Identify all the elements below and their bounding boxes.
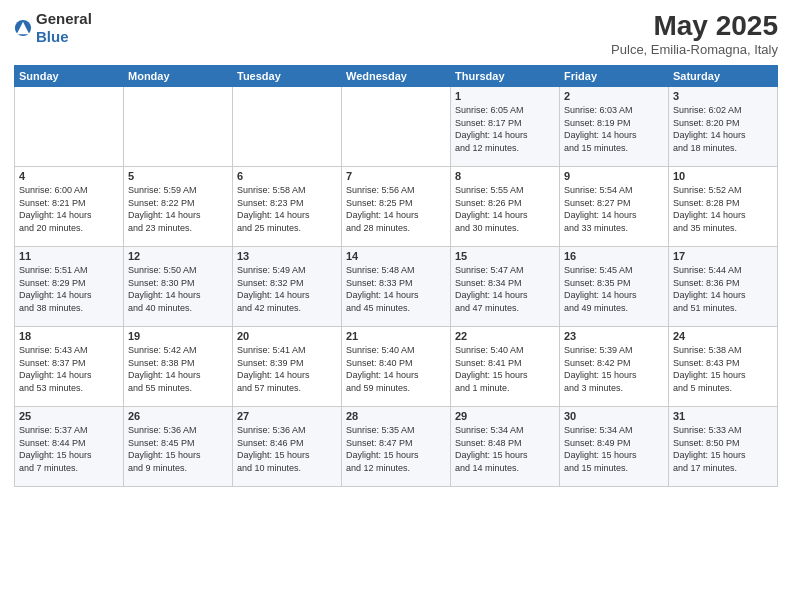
day-cell: 28Sunrise: 5:35 AM Sunset: 8:47 PM Dayli… [342, 407, 451, 487]
day-number: 18 [19, 330, 119, 342]
day-number: 27 [237, 410, 337, 422]
location-subtitle: Pulce, Emilia-Romagna, Italy [611, 42, 778, 57]
day-info: Sunrise: 5:38 AM Sunset: 8:43 PM Dayligh… [673, 344, 773, 394]
day-number: 28 [346, 410, 446, 422]
day-info: Sunrise: 5:44 AM Sunset: 8:36 PM Dayligh… [673, 264, 773, 314]
col-friday: Friday [560, 66, 669, 87]
day-cell: 18Sunrise: 5:43 AM Sunset: 8:37 PM Dayli… [15, 327, 124, 407]
day-number: 20 [237, 330, 337, 342]
day-info: Sunrise: 5:33 AM Sunset: 8:50 PM Dayligh… [673, 424, 773, 474]
day-number: 4 [19, 170, 119, 182]
day-cell: 19Sunrise: 5:42 AM Sunset: 8:38 PM Dayli… [124, 327, 233, 407]
day-number: 6 [237, 170, 337, 182]
day-cell [342, 87, 451, 167]
month-title: May 2025 [611, 10, 778, 42]
day-cell: 8Sunrise: 5:55 AM Sunset: 8:26 PM Daylig… [451, 167, 560, 247]
col-tuesday: Tuesday [233, 66, 342, 87]
day-cell: 27Sunrise: 5:36 AM Sunset: 8:46 PM Dayli… [233, 407, 342, 487]
day-cell: 10Sunrise: 5:52 AM Sunset: 8:28 PM Dayli… [669, 167, 778, 247]
day-cell: 17Sunrise: 5:44 AM Sunset: 8:36 PM Dayli… [669, 247, 778, 327]
day-number: 29 [455, 410, 555, 422]
header: General Blue May 2025 Pulce, Emilia-Roma… [14, 10, 778, 57]
day-cell: 25Sunrise: 5:37 AM Sunset: 8:44 PM Dayli… [15, 407, 124, 487]
day-number: 24 [673, 330, 773, 342]
day-info: Sunrise: 5:51 AM Sunset: 8:29 PM Dayligh… [19, 264, 119, 314]
day-cell: 13Sunrise: 5:49 AM Sunset: 8:32 PM Dayli… [233, 247, 342, 327]
day-number: 30 [564, 410, 664, 422]
week-row-2: 11Sunrise: 5:51 AM Sunset: 8:29 PM Dayli… [15, 247, 778, 327]
day-cell: 22Sunrise: 5:40 AM Sunset: 8:41 PM Dayli… [451, 327, 560, 407]
day-info: Sunrise: 5:48 AM Sunset: 8:33 PM Dayligh… [346, 264, 446, 314]
day-cell [15, 87, 124, 167]
col-sunday: Sunday [15, 66, 124, 87]
day-cell: 6Sunrise: 5:58 AM Sunset: 8:23 PM Daylig… [233, 167, 342, 247]
week-row-1: 4Sunrise: 6:00 AM Sunset: 8:21 PM Daylig… [15, 167, 778, 247]
day-cell: 11Sunrise: 5:51 AM Sunset: 8:29 PM Dayli… [15, 247, 124, 327]
day-info: Sunrise: 5:34 AM Sunset: 8:48 PM Dayligh… [455, 424, 555, 474]
day-number: 21 [346, 330, 446, 342]
day-info: Sunrise: 5:39 AM Sunset: 8:42 PM Dayligh… [564, 344, 664, 394]
col-thursday: Thursday [451, 66, 560, 87]
week-row-4: 25Sunrise: 5:37 AM Sunset: 8:44 PM Dayli… [15, 407, 778, 487]
logo: General Blue [14, 10, 92, 46]
col-wednesday: Wednesday [342, 66, 451, 87]
day-number: 23 [564, 330, 664, 342]
day-number: 22 [455, 330, 555, 342]
col-saturday: Saturday [669, 66, 778, 87]
day-number: 19 [128, 330, 228, 342]
col-monday: Monday [124, 66, 233, 87]
logo-general-text: General [36, 10, 92, 28]
day-cell: 12Sunrise: 5:50 AM Sunset: 8:30 PM Dayli… [124, 247, 233, 327]
day-info: Sunrise: 5:40 AM Sunset: 8:41 PM Dayligh… [455, 344, 555, 394]
day-number: 17 [673, 250, 773, 262]
week-row-0: 1Sunrise: 6:05 AM Sunset: 8:17 PM Daylig… [15, 87, 778, 167]
logo-blue-text: Blue [36, 28, 92, 46]
day-info: Sunrise: 5:41 AM Sunset: 8:39 PM Dayligh… [237, 344, 337, 394]
day-cell: 9Sunrise: 5:54 AM Sunset: 8:27 PM Daylig… [560, 167, 669, 247]
page-container: General Blue May 2025 Pulce, Emilia-Roma… [0, 0, 792, 612]
day-number: 26 [128, 410, 228, 422]
day-cell: 5Sunrise: 5:59 AM Sunset: 8:22 PM Daylig… [124, 167, 233, 247]
day-number: 2 [564, 90, 664, 102]
week-row-3: 18Sunrise: 5:43 AM Sunset: 8:37 PM Dayli… [15, 327, 778, 407]
day-info: Sunrise: 5:43 AM Sunset: 8:37 PM Dayligh… [19, 344, 119, 394]
day-cell: 4Sunrise: 6:00 AM Sunset: 8:21 PM Daylig… [15, 167, 124, 247]
day-info: Sunrise: 5:52 AM Sunset: 8:28 PM Dayligh… [673, 184, 773, 234]
day-info: Sunrise: 5:35 AM Sunset: 8:47 PM Dayligh… [346, 424, 446, 474]
day-info: Sunrise: 5:58 AM Sunset: 8:23 PM Dayligh… [237, 184, 337, 234]
day-number: 3 [673, 90, 773, 102]
day-number: 12 [128, 250, 228, 262]
day-info: Sunrise: 6:03 AM Sunset: 8:19 PM Dayligh… [564, 104, 664, 154]
day-number: 16 [564, 250, 664, 262]
day-info: Sunrise: 6:02 AM Sunset: 8:20 PM Dayligh… [673, 104, 773, 154]
day-cell: 14Sunrise: 5:48 AM Sunset: 8:33 PM Dayli… [342, 247, 451, 327]
day-cell: 30Sunrise: 5:34 AM Sunset: 8:49 PM Dayli… [560, 407, 669, 487]
day-info: Sunrise: 5:42 AM Sunset: 8:38 PM Dayligh… [128, 344, 228, 394]
day-number: 7 [346, 170, 446, 182]
day-cell: 3Sunrise: 6:02 AM Sunset: 8:20 PM Daylig… [669, 87, 778, 167]
day-number: 11 [19, 250, 119, 262]
day-info: Sunrise: 5:49 AM Sunset: 8:32 PM Dayligh… [237, 264, 337, 314]
day-info: Sunrise: 5:45 AM Sunset: 8:35 PM Dayligh… [564, 264, 664, 314]
day-number: 1 [455, 90, 555, 102]
day-info: Sunrise: 5:54 AM Sunset: 8:27 PM Dayligh… [564, 184, 664, 234]
day-info: Sunrise: 6:05 AM Sunset: 8:17 PM Dayligh… [455, 104, 555, 154]
day-info: Sunrise: 5:34 AM Sunset: 8:49 PM Dayligh… [564, 424, 664, 474]
day-info: Sunrise: 5:55 AM Sunset: 8:26 PM Dayligh… [455, 184, 555, 234]
day-info: Sunrise: 5:36 AM Sunset: 8:46 PM Dayligh… [237, 424, 337, 474]
day-number: 13 [237, 250, 337, 262]
day-cell: 23Sunrise: 5:39 AM Sunset: 8:42 PM Dayli… [560, 327, 669, 407]
calendar-header-row: Sunday Monday Tuesday Wednesday Thursday… [15, 66, 778, 87]
day-number: 25 [19, 410, 119, 422]
day-cell: 29Sunrise: 5:34 AM Sunset: 8:48 PM Dayli… [451, 407, 560, 487]
day-cell: 21Sunrise: 5:40 AM Sunset: 8:40 PM Dayli… [342, 327, 451, 407]
day-number: 5 [128, 170, 228, 182]
day-cell: 2Sunrise: 6:03 AM Sunset: 8:19 PM Daylig… [560, 87, 669, 167]
day-cell [124, 87, 233, 167]
day-cell: 16Sunrise: 5:45 AM Sunset: 8:35 PM Dayli… [560, 247, 669, 327]
day-number: 14 [346, 250, 446, 262]
calendar-table: Sunday Monday Tuesday Wednesday Thursday… [14, 65, 778, 487]
day-info: Sunrise: 5:37 AM Sunset: 8:44 PM Dayligh… [19, 424, 119, 474]
day-cell: 1Sunrise: 6:05 AM Sunset: 8:17 PM Daylig… [451, 87, 560, 167]
day-info: Sunrise: 5:56 AM Sunset: 8:25 PM Dayligh… [346, 184, 446, 234]
